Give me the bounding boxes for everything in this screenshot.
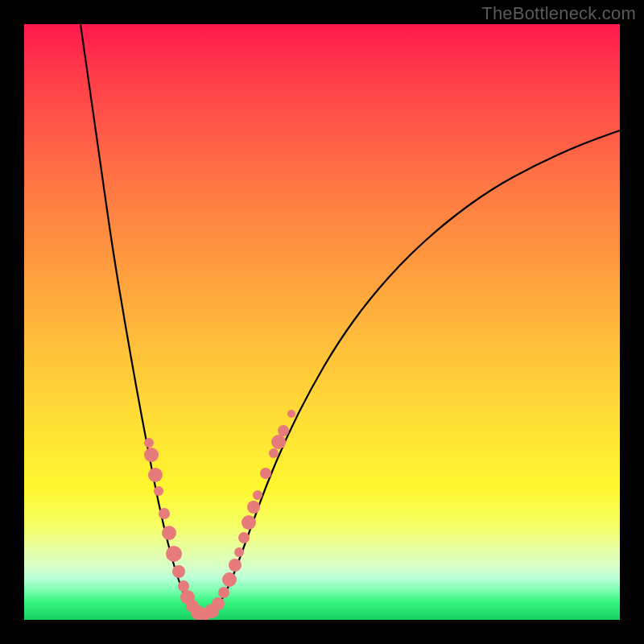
- curve-dot: [269, 448, 279, 458]
- curve-dot: [278, 425, 289, 436]
- curve-dot: [144, 448, 159, 462]
- curve-dot: [178, 580, 189, 592]
- curve-svg: [24, 24, 620, 620]
- curve-dot: [159, 508, 170, 519]
- curve-dot: [212, 597, 225, 610]
- curve-dot: [222, 572, 237, 587]
- curve-dot: [287, 410, 295, 418]
- curve-dot: [154, 486, 163, 496]
- curve-dot: [234, 547, 244, 557]
- curve-dot: [172, 565, 185, 578]
- curve-dot: [238, 532, 250, 543]
- watermark-text: TheBottleneck.com: [481, 3, 636, 24]
- curve-dot: [218, 587, 229, 598]
- curve-dot: [162, 526, 176, 540]
- curve-dot: [242, 515, 256, 530]
- plot-area: [24, 24, 620, 620]
- curve-dot: [247, 501, 260, 514]
- curve-dot: [271, 435, 286, 449]
- bottleneck-curve: [80, 24, 620, 613]
- curve-dot: [260, 468, 271, 479]
- curve-dot: [253, 490, 262, 500]
- curve-dot: [144, 438, 154, 448]
- outer-frame: TheBottleneck.com: [0, 0, 644, 644]
- curve-dot: [166, 546, 182, 562]
- curve-dot: [148, 468, 163, 482]
- curve-dot: [229, 559, 242, 572]
- curve-dots: [144, 410, 295, 620]
